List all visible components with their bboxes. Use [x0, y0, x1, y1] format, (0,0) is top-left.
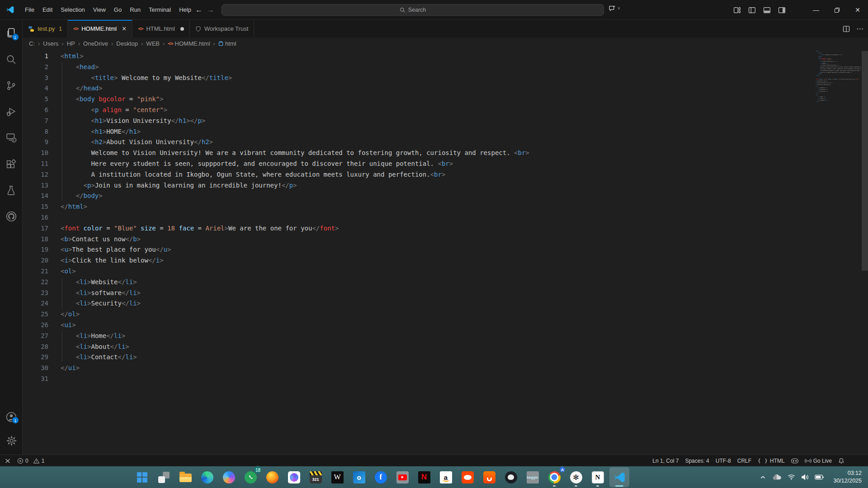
github-icon[interactable]: [0, 203, 23, 230]
tab-workspace-trust[interactable]: Workspace Trust: [190, 20, 254, 38]
code-line-11[interactable]: 11 Here every student is seen, suppporte…: [23, 159, 868, 169]
code-line-9[interactable]: 9 <h2>About Vision University</h2>: [23, 137, 868, 148]
volume-icon[interactable]: [801, 474, 809, 480]
code-line-25[interactable]: 25</ol>: [23, 309, 868, 320]
code-line-2[interactable]: 2 <head>: [23, 62, 868, 73]
breadcrumb-item[interactable]: Desktop: [116, 40, 138, 47]
tab-test-py[interactable]: test.py 1: [23, 20, 68, 38]
scrollbar[interactable]: [862, 51, 868, 271]
restore-button[interactable]: [826, 0, 847, 20]
code-line-1[interactable]: 1<html>: [23, 51, 868, 62]
code-line-29[interactable]: 29 <li>Contact</li>: [23, 352, 868, 363]
kaggle-button[interactable]: kaggle: [523, 467, 542, 487]
reddit-button[interactable]: [458, 467, 477, 487]
code-line-17[interactable]: 17<font color = "Blue" size = 18 face = …: [23, 223, 868, 234]
outlook-button[interactable]: o: [349, 467, 369, 487]
wikipedia-button[interactable]: W: [327, 467, 347, 487]
toggle-secondary-sidebar-icon[interactable]: [778, 6, 786, 14]
code-line-7[interactable]: 7 <h1>Vision University</h1></p>: [23, 116, 868, 127]
breadcrumb-item[interactable]: HP: [67, 40, 75, 47]
youtube-button[interactable]: [392, 467, 412, 487]
back-arrow-icon[interactable]: ←: [195, 6, 203, 14]
code-line-15[interactable]: 15</html>: [23, 202, 868, 212]
code-editor[interactable]: 1<html>2 <head>3 <title> Welcome to my W…: [23, 49, 868, 455]
eol-status[interactable]: CRLF: [737, 455, 751, 466]
code-line-20[interactable]: 20<i>Click the link below</i>: [23, 255, 868, 266]
media-player-321-button[interactable]: 321: [306, 467, 326, 487]
breadcrumb[interactable]: C:›Users›HP›OneDrive›Desktop›WEB›<>HOMME…: [23, 38, 868, 49]
remote-indicator-icon[interactable]: [5, 455, 11, 466]
code-line-12[interactable]: 12 A institution located in Ikogbo, Ogun…: [23, 169, 868, 180]
code-line-10[interactable]: 10 Welcome to Vision University! We are …: [23, 148, 868, 159]
extensions-icon[interactable]: [0, 151, 23, 177]
toggle-primary-sidebar-icon[interactable]: [748, 6, 756, 14]
code-line-6[interactable]: 6 <p align = "center">: [23, 105, 868, 116]
tray-chevron-icon[interactable]: [760, 474, 766, 480]
netflix-button[interactable]: N: [414, 467, 434, 487]
menu-view[interactable]: View: [89, 3, 110, 17]
remote-explorer-icon[interactable]: [0, 125, 23, 151]
split-editor-icon[interactable]: [843, 25, 850, 33]
code-line-21[interactable]: 21<ol>: [23, 266, 868, 277]
customize-layout-icon[interactable]: [733, 6, 741, 14]
testing-icon[interactable]: [0, 177, 23, 203]
code-line-18[interactable]: 18<b>Contact us now</b>: [23, 234, 868, 245]
breadcrumb-item[interactable]: html: [218, 40, 236, 47]
code-line-5[interactable]: 5 <body bgcolor = "pink">: [23, 94, 868, 105]
onedrive-icon[interactable]: [772, 474, 782, 480]
code-line-13[interactable]: 13 <p>Join us in making learning an incr…: [23, 180, 868, 191]
file-explorer-button[interactable]: [175, 467, 195, 487]
breadcrumb-item[interactable]: WEB: [146, 40, 160, 47]
code-line-8[interactable]: 8 <h1>HOME</h1>: [23, 127, 868, 137]
copilot-button[interactable]: [219, 467, 239, 487]
copilot-chat-button[interactable]: ˅: [609, 5, 620, 12]
source-control-icon[interactable]: [0, 72, 23, 99]
toggle-panel-icon[interactable]: [763, 6, 771, 14]
breadcrumb-item[interactable]: <>HOMME.html: [168, 40, 210, 47]
chrome-button[interactable]: A: [544, 467, 564, 487]
go-live-button[interactable]: Go Live: [805, 455, 832, 466]
start-button[interactable]: [132, 467, 152, 487]
tab-homme-html[interactable]: <> HOMME.html ✕: [68, 20, 132, 38]
code-line-3[interactable]: 3 <title> Welcome to my Website</title>: [23, 73, 868, 84]
code-line-16[interactable]: 16: [23, 212, 868, 223]
breadcrumb-item[interactable]: Users: [43, 40, 58, 47]
microsoft-365-button[interactable]: [284, 467, 304, 487]
tab-html-html[interactable]: <> HTML.html: [132, 20, 190, 38]
menu-help[interactable]: Help: [175, 3, 195, 17]
vscode-taskbar-button[interactable]: [609, 467, 629, 487]
wifi-icon[interactable]: [788, 474, 795, 480]
search-box[interactable]: Search: [222, 4, 604, 16]
cursor-position[interactable]: Ln 1, Col 7: [652, 455, 679, 466]
code-line-19[interactable]: 19<u>The best place for you</u>: [23, 244, 868, 255]
edge-button[interactable]: [197, 467, 217, 487]
encoding-status[interactable]: UTF-8: [716, 455, 731, 466]
minimap[interactable]: <html> <head> <title> Welcome to my Webs…: [816, 51, 861, 105]
notifications-bell-icon[interactable]: [838, 455, 844, 466]
breadcrumb-item[interactable]: OneDrive: [83, 40, 108, 47]
tray-clock[interactable]: 03:12 30/12/2025: [833, 469, 862, 485]
task-view-button[interactable]: [154, 467, 174, 487]
minimize-button[interactable]: —: [806, 0, 826, 20]
run-debug-icon[interactable]: [0, 99, 23, 125]
chatgpt-button[interactable]: ✻: [566, 467, 586, 487]
close-tab-icon[interactable]: ✕: [122, 25, 127, 32]
code-line-14[interactable]: 14 </body>: [23, 191, 868, 202]
code-line-27[interactable]: 27 <li>Home</li>: [23, 331, 868, 342]
code-line-23[interactable]: 23 <li>software</li>: [23, 288, 868, 299]
accounts-icon[interactable]: 1: [0, 405, 23, 429]
firefox-button[interactable]: [262, 467, 282, 487]
problems-status[interactable]: 0 1: [17, 455, 44, 466]
amazon-button[interactable]: a: [436, 467, 456, 487]
language-mode[interactable]: { } HTML: [758, 455, 785, 466]
more-actions-icon[interactable]: ⋯: [856, 24, 863, 33]
settings-gear-icon[interactable]: [0, 429, 23, 452]
explorer-icon[interactable]: 1: [0, 20, 23, 46]
menu-selection[interactable]: Selection: [57, 3, 89, 17]
notion-button[interactable]: N: [588, 467, 608, 487]
github-app-button[interactable]: [501, 467, 521, 487]
code-line-28[interactable]: 28 <li>About</li>: [23, 342, 868, 352]
search-view-icon[interactable]: [0, 46, 23, 72]
menu-run[interactable]: Run: [126, 3, 145, 17]
indentation-status[interactable]: Spaces: 4: [685, 455, 709, 466]
